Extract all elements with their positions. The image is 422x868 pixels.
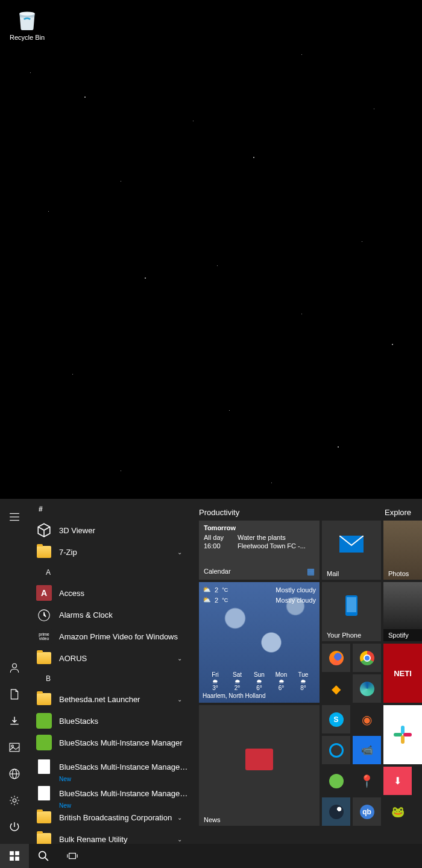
tile-firefox[interactable] [322, 644, 350, 672]
tile-dropbox[interactable]: ◆ [322, 674, 350, 703]
file-icon [36, 759, 52, 775]
tiles-area: Productivity Explore Tomorrow All dayWat… [193, 499, 422, 844]
power-button[interactable] [0, 814, 29, 840]
tile-maps[interactable]: 📍 [353, 767, 381, 795]
network-button[interactable] [0, 761, 29, 787]
svg-point-4 [13, 664, 17, 668]
tile-calendar[interactable]: Tomorrow All dayWater the plants 16:00Fl… [199, 521, 320, 580]
tile-weather[interactable]: ⛅2°CMostly cloudy ⛅2°CMostly cloudy Fri🌧… [199, 582, 320, 703]
tile-spotify[interactable]: Spotify [383, 582, 422, 641]
tile-misc[interactable]: 🐸 [383, 797, 412, 826]
chrome-icon [360, 651, 374, 665]
recycle-bin[interactable]: Recycle Bin [6, 6, 48, 41]
app-bulk-rename[interactable]: Bulk Rename Utility ⌄ [29, 828, 193, 844]
svg-rect-19 [403, 733, 412, 737]
sun-cloud-icon: ⛅ [203, 586, 211, 594]
app-3d-viewer[interactable]: 3D Viewer [29, 519, 193, 541]
app-list[interactable]: # 3D Viewer 7-Zip ⌄ A A Access Alarms & … [29, 499, 193, 844]
list-header-a[interactable]: A [29, 563, 193, 582]
folder-icon [36, 831, 52, 844]
rain-icon: 🌧 [272, 678, 291, 685]
tile-slack[interactable] [383, 705, 422, 764]
origin-icon: ◉ [360, 712, 374, 727]
mail-icon [339, 536, 364, 553]
sun-cloud-icon: ⛅ [203, 596, 211, 604]
app-bs-multi[interactable]: BlueStacks Multi-Instance Manager [29, 732, 193, 753]
app-bbc[interactable]: British Broadcasting Corporation ⌄ [29, 806, 193, 828]
misc-icon: 🐸 [391, 805, 405, 819]
documents-button[interactable] [0, 681, 29, 708]
task-view-button[interactable] [58, 844, 87, 868]
tile-skype[interactable]: S [322, 705, 350, 733]
access-icon: A [36, 585, 52, 601]
app-access[interactable]: A Access [29, 582, 193, 604]
svg-rect-23 [15, 857, 19, 861]
dropbox-icon: ◆ [329, 682, 344, 696]
app-bs-multi-6[interactable]: BlueStacks Multi-Instance Manager (6... … [29, 753, 193, 780]
tile-pocket[interactable]: ⬇ [383, 767, 412, 795]
tile-origin[interactable]: ◉ [353, 705, 381, 733]
news-icon [245, 749, 273, 770]
chevron-down-icon: ⌄ [177, 814, 188, 821]
svg-rect-5 [10, 743, 19, 752]
recycle-bin-icon [14, 6, 40, 31]
svg-rect-21 [15, 851, 19, 855]
rain-icon: 🌧 [294, 678, 312, 685]
tile-cortana[interactable] [322, 736, 350, 764]
list-header-b[interactable]: B [29, 669, 193, 688]
app-aorus[interactable]: AORUS ⌄ [29, 647, 193, 669]
tile-vpn[interactable] [322, 767, 350, 795]
calendar-icon: ▦ [307, 566, 315, 576]
app-bs-multi-h[interactable]: BlueStacks Multi-Instance Manager (H... … [29, 780, 193, 806]
tile-your-phone[interactable]: Your Phone [322, 582, 381, 641]
group-productivity[interactable]: Productivity [199, 504, 385, 521]
file-icon [36, 785, 52, 801]
app-bethesda[interactable]: Bethesda.net Launcher ⌄ [29, 688, 193, 710]
pocket-icon: ⬇ [391, 774, 405, 788]
search-button[interactable] [29, 844, 58, 868]
video-icon: 📹 [360, 743, 374, 758]
cube-icon [36, 522, 52, 538]
clock-icon [36, 607, 52, 622]
tile-news[interactable]: News [199, 705, 320, 826]
svg-point-0 [19, 11, 34, 15]
tile-qbittorrent[interactable]: qb [353, 797, 381, 826]
pictures-button[interactable] [0, 734, 29, 761]
tile-chrome[interactable] [353, 644, 381, 672]
taskbar [0, 844, 422, 868]
bluestacks-icon [36, 713, 52, 729]
pin-icon: 📍 [360, 774, 374, 788]
skype-icon: S [329, 712, 344, 727]
qbittorrent-icon: qb [360, 805, 374, 819]
rain-icon: 🌧 [250, 678, 268, 685]
app-prime-video[interactable]: primevideo Amazon Prime Video for Window… [29, 626, 193, 647]
user-button[interactable] [0, 654, 29, 681]
expand-button[interactable] [0, 504, 29, 530]
app-7zip[interactable]: 7-Zip ⌄ [29, 541, 193, 563]
start-rail [0, 499, 29, 844]
bluestacks-icon [36, 735, 52, 750]
chevron-down-icon: ⌄ [177, 549, 188, 556]
app-bluestacks[interactable]: BlueStacks [29, 710, 193, 732]
tile-mail[interactable]: Mail [322, 521, 381, 580]
downloads-button[interactable] [0, 708, 29, 734]
svg-point-10 [13, 799, 16, 802]
svg-rect-17 [394, 733, 402, 737]
steam-icon [329, 805, 344, 819]
settings-button[interactable] [0, 787, 29, 814]
folder-icon [36, 809, 52, 825]
phone-icon [345, 595, 357, 616]
tile-netflix[interactable]: NETI [383, 644, 422, 703]
tile-edge[interactable] [353, 674, 381, 703]
group-explore[interactable]: Explore [385, 504, 411, 521]
app-alarms[interactable]: Alarms & Clock [29, 604, 193, 626]
svg-rect-16 [401, 726, 405, 734]
tile-photos[interactable]: Photos [383, 521, 422, 580]
chevron-down-icon: ⌄ [177, 696, 188, 703]
tile-duo[interactable]: 📹 [353, 736, 381, 764]
start-button[interactable] [0, 844, 29, 868]
tile-steam[interactable] [322, 797, 350, 826]
svg-point-24 [39, 852, 46, 858]
folder-icon [36, 691, 52, 707]
list-header-hash[interactable]: # [29, 499, 193, 519]
